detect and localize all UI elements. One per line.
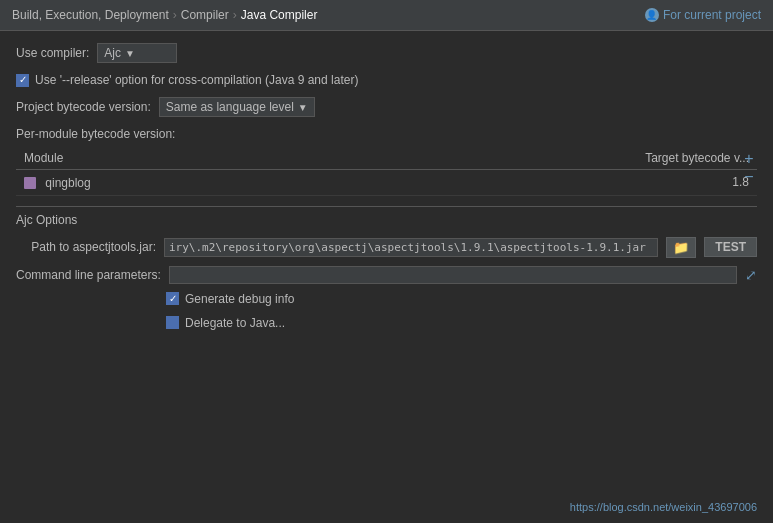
cmd-row: Command line parameters: ⤢ (16, 266, 757, 284)
ajc-options-section: Ajc Options Path to aspectjtools.jar: 📁 … (16, 206, 757, 330)
module-table-wrapper: Module Target bytecode v... qingblog 1.8 (16, 147, 757, 196)
module-table: Module Target bytecode v... qingblog 1.8 (16, 147, 757, 196)
for-current-project-button[interactable]: 👤 For current project (645, 8, 761, 22)
breadcrumb: Build, Execution, Deployment › Compiler … (12, 8, 317, 22)
table-actions: + − (741, 151, 757, 185)
cmd-input[interactable] (169, 266, 737, 284)
release-option-checkbox[interactable] (16, 74, 29, 87)
header: Build, Execution, Deployment › Compiler … (0, 0, 773, 31)
breadcrumb-sep1: › (173, 8, 177, 22)
module-icon (24, 177, 36, 189)
add-module-button[interactable]: + (741, 151, 757, 167)
bytecode-dropdown-arrow: ▼ (298, 102, 308, 113)
use-compiler-label: Use compiler: (16, 46, 89, 60)
breadcrumb-sep2: › (233, 8, 237, 22)
breadcrumb-part3: Java Compiler (241, 8, 318, 22)
col-target: Target bytecode v... (319, 147, 757, 170)
path-input[interactable] (164, 238, 658, 257)
debug-info-row: Generate debug info (166, 292, 757, 306)
folder-icon: 📁 (673, 240, 689, 255)
bytecode-version-dropdown[interactable]: Same as language level ▼ (159, 97, 315, 117)
main-content: Use compiler: Ajc ▼ Use '--release' opti… (0, 31, 773, 352)
use-compiler-row: Use compiler: Ajc ▼ (16, 43, 757, 63)
path-row: Path to aspectjtools.jar: 📁 TEST (16, 237, 757, 258)
for-current-project-label: For current project (663, 8, 761, 22)
remove-module-button[interactable]: − (741, 169, 757, 185)
bytecode-version-value: Same as language level (166, 100, 294, 114)
release-option-row: Use '--release' option for cross-compila… (16, 73, 757, 87)
ajc-options-title: Ajc Options (16, 213, 757, 227)
test-button[interactable]: TEST (704, 237, 757, 257)
compiler-value: Ajc (104, 46, 121, 60)
table-row[interactable]: qingblog 1.8 (16, 170, 757, 196)
folder-button[interactable]: 📁 (666, 237, 696, 258)
delegate-label: Delegate to Java... (185, 316, 285, 330)
project-bytecode-label: Project bytecode version: (16, 100, 151, 114)
module-target-cell: 1.8 (319, 170, 757, 196)
release-option-label: Use '--release' option for cross-compila… (35, 73, 358, 87)
col-module: Module (16, 147, 319, 170)
delegate-checkbox[interactable] (166, 316, 179, 329)
per-module-label: Per-module bytecode version: (16, 127, 757, 141)
person-icon: 👤 (645, 8, 659, 22)
cmd-label: Command line parameters: (16, 268, 161, 282)
breadcrumb-part1[interactable]: Build, Execution, Deployment (12, 8, 169, 22)
breadcrumb-part2[interactable]: Compiler (181, 8, 229, 22)
per-module-section: Per-module bytecode version: Module Targ… (16, 127, 757, 196)
project-bytecode-row: Project bytecode version: Same as langua… (16, 97, 757, 117)
debug-info-label: Generate debug info (185, 292, 294, 306)
path-label: Path to aspectjtools.jar: (16, 240, 156, 254)
compiler-dropdown-arrow: ▼ (125, 48, 135, 59)
debug-info-checkbox[interactable] (166, 292, 179, 305)
expand-icon[interactable]: ⤢ (745, 267, 757, 283)
footer-url: https://blog.csdn.net/weixin_43697006 (570, 501, 757, 513)
delegate-row: Delegate to Java... (166, 316, 757, 330)
compiler-dropdown[interactable]: Ajc ▼ (97, 43, 177, 63)
module-name: qingblog (45, 176, 90, 190)
module-name-cell: qingblog (16, 170, 319, 196)
